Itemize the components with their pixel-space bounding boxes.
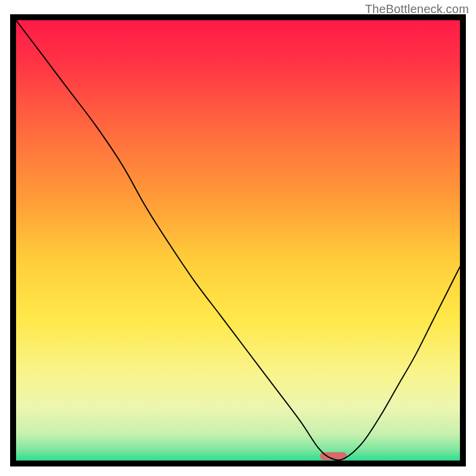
bottleneck-chart: [10, 14, 466, 466]
chart-container: [10, 14, 466, 466]
